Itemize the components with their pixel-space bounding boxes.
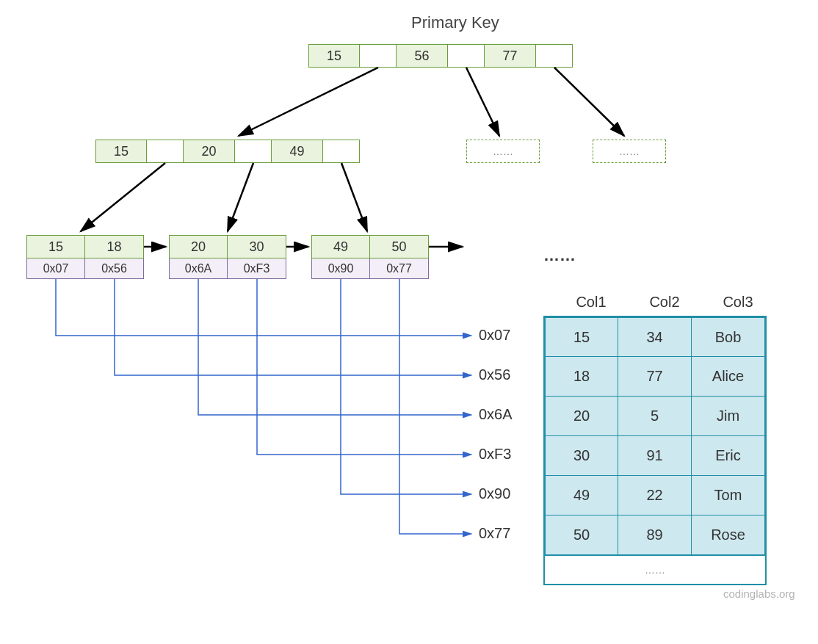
pointer-line: [341, 279, 471, 494]
table-cell: 30: [545, 436, 618, 476]
table-cell: 50: [545, 515, 618, 555]
table-row: 20 5 Jim: [545, 397, 765, 436]
table-row: 18 77 Alice: [545, 357, 765, 397]
btree-leaf-key: 30: [228, 235, 286, 258]
btree-root-node: 15 56 77: [308, 44, 573, 68]
btree-leaf-pointer: 0x6A: [169, 258, 228, 279]
table-row: 49 22 Tom: [545, 476, 765, 515]
btree-leaf-node: 20 30 0x6A 0xF3: [169, 235, 286, 279]
table-cell: Tom: [692, 476, 765, 515]
row-address-label: 0xF3: [479, 446, 511, 463]
pointer-line: [56, 279, 471, 336]
btree-leaf-key: 49: [311, 235, 370, 258]
table-cell: 15: [545, 317, 618, 357]
btree-pointer-slot: [536, 44, 573, 68]
btree-leaf-node: 49 50 0x90 0x77: [311, 235, 429, 279]
btree-leaf-key: 15: [26, 235, 85, 258]
table-cell: 34: [618, 317, 692, 357]
table-cell: 18: [545, 357, 618, 397]
data-table: 15 34 Bob 18 77 Alice 20 5 Jim 30 91 Eri…: [543, 316, 767, 585]
btree-key: 77: [485, 44, 536, 68]
pointer-line: [257, 279, 471, 455]
table-header-col1: Col1: [558, 294, 624, 311]
table-cell: Eric: [692, 436, 765, 476]
table-cell: Jim: [692, 397, 765, 436]
image-credit: codinglabs.org: [723, 587, 795, 600]
table-cell: 49: [545, 476, 618, 515]
btree-key: 49: [272, 140, 323, 163]
table-header-col2: Col2: [631, 294, 698, 311]
table-cell: Bob: [692, 317, 765, 357]
arrow-root-to-child: [466, 68, 499, 136]
table-cell: Rose: [692, 515, 765, 555]
btree-key: 56: [397, 44, 448, 68]
btree-pointer-slot: [360, 44, 397, 68]
row-address-label: 0x07: [479, 327, 510, 344]
btree-collapsed-node: ……: [593, 140, 666, 163]
btree-collapsed-node: ……: [466, 140, 540, 163]
btree-key: 15: [308, 44, 360, 68]
table-row: 15 34 Bob: [545, 317, 765, 357]
btree-pointer-slot: [147, 140, 184, 163]
table-cell: 89: [618, 515, 692, 555]
btree-leaf-pointer: 0xF3: [228, 258, 286, 279]
row-address-label: 0x90: [479, 485, 510, 502]
table-header-col3: Col3: [705, 294, 771, 311]
pointer-line: [115, 279, 471, 375]
table-cell: 77: [618, 357, 692, 397]
btree-leaf-pointer: 0x56: [85, 258, 144, 279]
arrow-root-to-child: [239, 68, 378, 136]
arrow-internal-to-leaf: [341, 163, 367, 231]
row-address-label: 0x77: [479, 525, 510, 542]
btree-leaf-key: 20: [169, 235, 228, 258]
diagram-title: Primary Key: [411, 13, 499, 32]
table-cell: 22: [618, 476, 692, 515]
arrow-internal-to-leaf: [228, 163, 253, 231]
pointer-line: [198, 279, 471, 415]
btree-leaf-pointer: 0x77: [370, 258, 429, 279]
table-cell: 91: [618, 436, 692, 476]
row-address-label: 0x56: [479, 366, 510, 383]
table-row: 50 89 Rose: [545, 515, 765, 555]
btree-pointer-slot: [235, 140, 272, 163]
btree-key: 15: [95, 140, 147, 163]
pointer-line: [399, 279, 471, 534]
btree-leaf-node: 15 18 0x07 0x56: [26, 235, 144, 279]
arrow-internal-to-leaf: [81, 163, 165, 231]
btree-leaf-key: 50: [370, 235, 429, 258]
btree-pointer-slot: [448, 44, 485, 68]
table-cell: Alice: [692, 357, 765, 397]
table-cell: 5: [618, 397, 692, 436]
row-address-label: 0x6A: [479, 406, 513, 423]
table-cell: 20: [545, 397, 618, 436]
btree-pointer-slot: [323, 140, 360, 163]
table-footer-ellipsis: ……: [545, 555, 765, 584]
btree-key: 20: [184, 140, 235, 163]
leaf-ellipsis: ……: [543, 246, 576, 265]
btree-leaf-pointer: 0x90: [311, 258, 370, 279]
btree-leaf-key: 18: [85, 235, 144, 258]
btree-leaf-pointer: 0x07: [26, 258, 85, 279]
btree-internal-node: 15 20 49: [95, 140, 360, 163]
arrow-root-to-child: [554, 68, 624, 136]
table-row: 30 91 Eric: [545, 436, 765, 476]
